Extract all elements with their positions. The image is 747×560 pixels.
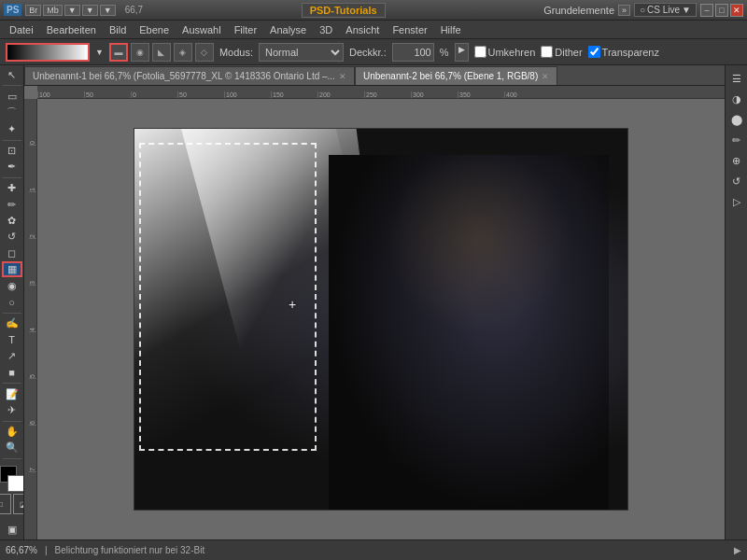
- panel-adjustments-btn[interactable]: ◑: [727, 90, 746, 108]
- menu-bar: Datei Bearbeiten Bild Ebene Auswahl Filt…: [0, 21, 747, 39]
- opacity-label: Deckkr.:: [349, 47, 387, 58]
- tab-unbenannt1[interactable]: Unbenannt-1 bei 66,7% (Fotolia_5697778_X…: [24, 66, 355, 85]
- lasso-tool[interactable]: ⌒: [2, 105, 22, 120]
- panel-masks-btn[interactable]: ⬤: [727, 110, 746, 129]
- v-ruler-tick: 2: [29, 192, 36, 239]
- opacity-pct: %: [440, 47, 449, 58]
- tab1-close[interactable]: ✕: [339, 72, 346, 81]
- status-bar: 66,67% | Belichtung funktioniert nur bei…: [0, 539, 747, 560]
- panel-brushes-btn[interactable]: ✏: [727, 131, 746, 149]
- dodge-tool[interactable]: ○: [2, 295, 22, 310]
- history-brush-tool[interactable]: ↺: [2, 230, 22, 245]
- menu-datei[interactable]: Datei: [4, 22, 39, 37]
- magic-wand-tool[interactable]: ✦: [2, 121, 22, 136]
- opacity-input[interactable]: [392, 43, 434, 62]
- menu-filter[interactable]: Filter: [229, 22, 262, 37]
- title-right: Grundelemente » ○ CS Live ▼ – □ ✕: [543, 3, 743, 17]
- sep3: [3, 177, 21, 178]
- workspace-label: Grundelemente: [543, 5, 614, 16]
- v-ruler-tick: 3: [29, 239, 36, 286]
- gradient-dropdown-arrow[interactable]: ▼: [95, 48, 104, 57]
- maximize-btn[interactable]: □: [715, 4, 728, 17]
- eyedropper-tool[interactable]: ✒: [2, 160, 22, 175]
- reflected-gradient-btn[interactable]: ◈: [174, 43, 192, 62]
- panel-history-btn[interactable]: ↺: [727, 172, 746, 190]
- eraser-tool[interactable]: ◻: [2, 245, 22, 260]
- screen-mode-btn[interactable]: ▣: [2, 519, 22, 539]
- left-toolbar: ↖ ▭ ⌒ ✦ ⊡ ✒ ✚ ✏ ✿ ↺ ◻ ▦ ◉ ○ ✍ T ↗ ■ 📝 ✈ …: [0, 65, 24, 539]
- screen-mode-area: ▣: [2, 519, 22, 539]
- diamond-gradient-btn[interactable]: ◇: [195, 43, 214, 62]
- rect-marquee-tool[interactable]: ▭: [2, 89, 22, 104]
- mode-select[interactable]: Normal Auflösen Multiplizieren: [259, 43, 344, 62]
- tab-bar: Unbenannt-1 bei 66,7% (Fotolia_5697778_X…: [24, 65, 725, 86]
- mini-bridge-badge[interactable]: Mb: [43, 5, 63, 16]
- shape-tool[interactable]: ■: [2, 365, 22, 380]
- cs-live-btn[interactable]: ○ CS Live ▼: [634, 3, 697, 17]
- panel-layers-btn[interactable]: ☰: [727, 69, 746, 88]
- reverse-label: Umkehren: [488, 47, 536, 58]
- menu-auswahl[interactable]: Auswahl: [176, 22, 227, 37]
- panel-clone-src-btn[interactable]: ⊕: [727, 151, 746, 170]
- quick-mask-btn[interactable]: ◪: [13, 494, 25, 514]
- photo-background: [134, 129, 627, 510]
- menu-bearbeiten[interactable]: Bearbeiten: [41, 22, 102, 37]
- dither-checkbox[interactable]: [541, 46, 553, 58]
- menu-analyse[interactable]: Analyse: [264, 22, 312, 37]
- heal-tool[interactable]: ✚: [2, 181, 22, 196]
- close-btn[interactable]: ✕: [730, 4, 743, 17]
- zoom-tool[interactable]: 🔍: [2, 441, 22, 455]
- bridge-badge[interactable]: Br: [25, 5, 41, 16]
- cs-live-icon: ○: [640, 5, 645, 15]
- type-tool[interactable]: T: [2, 332, 22, 347]
- ruler-tick: 350: [458, 91, 504, 98]
- status-message: Belichtung funktioniert nur bei 32-Bit: [55, 545, 205, 555]
- status-scroll-right[interactable]: ▶: [734, 545, 741, 555]
- blur-tool[interactable]: ◉: [2, 278, 22, 293]
- linear-gradient-btn[interactable]: ▬: [109, 43, 128, 62]
- clone-tool[interactable]: ✿: [2, 213, 22, 228]
- tab2-close[interactable]: ✕: [542, 72, 549, 81]
- sep7: [3, 458, 21, 459]
- ruler-tick: 0: [131, 91, 177, 98]
- gradient-tool circled[interactable]: ▦: [2, 261, 22, 277]
- title-left: PS Br Mb ▼ ▼ ▼ 66,7: [4, 4, 143, 16]
- hand-tool[interactable]: ✋: [2, 424, 22, 439]
- menu-fenster[interactable]: Fenster: [387, 22, 432, 37]
- tab-unbenannt2[interactable]: Unbenannt-2 bei 66,7% (Ebene 1, RGB/8) ✕: [355, 66, 557, 85]
- vertical-ruler: 0 1 2 3 4 5 6 7: [24, 99, 37, 539]
- extend-btn[interactable]: »: [618, 5, 630, 16]
- sep2: [3, 140, 21, 141]
- pen-tool[interactable]: ✍: [2, 316, 22, 331]
- dither-label: Dither: [555, 47, 582, 58]
- panel-actions-btn[interactable]: ▷: [727, 192, 746, 211]
- tab1-label: Unbenannt-1 bei 66,7% (Fotolia_5697778_X…: [33, 71, 335, 81]
- measure-tool[interactable]: ✈: [2, 402, 22, 417]
- menu-ansicht[interactable]: Ansicht: [340, 22, 385, 37]
- move-tool[interactable]: ↖: [2, 67, 22, 82]
- standard-mode-btn[interactable]: □: [0, 494, 11, 514]
- notes-tool[interactable]: 📝: [2, 386, 22, 401]
- menu-ebene[interactable]: Ebene: [134, 22, 175, 37]
- transparency-checkbox[interactable]: [588, 46, 600, 58]
- mode-label: Modus:: [219, 47, 253, 58]
- crop-tool[interactable]: ⊡: [2, 143, 22, 158]
- gradient-preview[interactable]: [6, 43, 90, 62]
- menu-bild[interactable]: Bild: [104, 22, 132, 37]
- background-color[interactable]: [7, 475, 24, 492]
- path-select-tool[interactable]: ↗: [2, 348, 22, 363]
- tab2-label: Unbenannt-2 bei 66,7% (Ebene 1, RGB/8): [363, 71, 538, 81]
- zoom-percentage: 66,67%: [6, 545, 37, 555]
- menu-hilfe[interactable]: Hilfe: [435, 22, 467, 37]
- canvas-image[interactable]: +: [134, 128, 628, 511]
- brush-tool[interactable]: ✏: [2, 197, 22, 212]
- cs-live-arrow: ▼: [682, 5, 691, 15]
- opacity-arrow-btn[interactable]: ▶: [455, 43, 469, 62]
- arr-badge: ▼: [100, 5, 116, 16]
- minimize-btn[interactable]: –: [700, 4, 713, 17]
- menu-3d[interactable]: 3D: [314, 22, 338, 37]
- reverse-checkbox[interactable]: [474, 46, 486, 58]
- angle-gradient-btn[interactable]: ◣: [152, 43, 171, 62]
- radial-gradient-btn[interactable]: ◉: [131, 43, 149, 62]
- dither-checkbox-label: Dither: [541, 46, 582, 58]
